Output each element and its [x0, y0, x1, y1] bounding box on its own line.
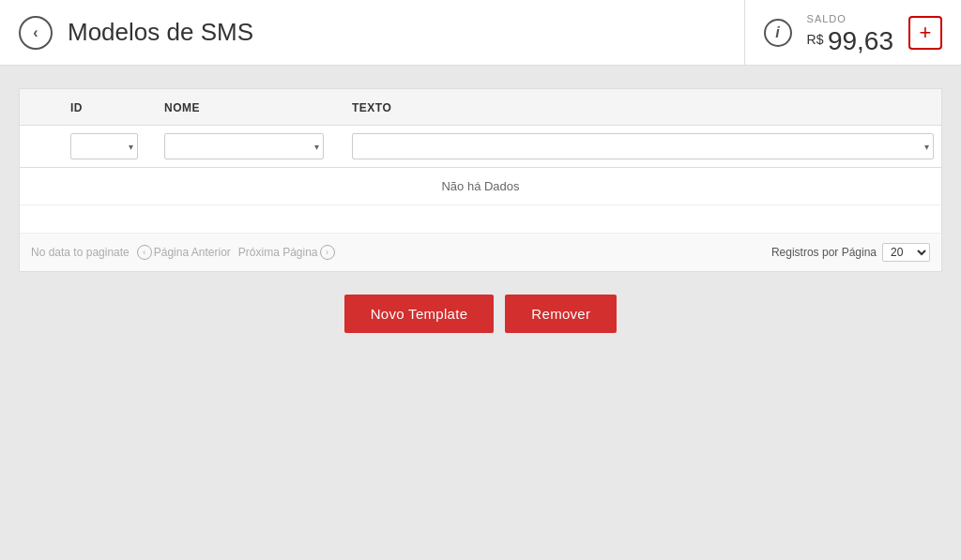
col-id-filter: ▾ — [63, 133, 157, 159]
col-texto-filter: ▾ — [344, 133, 941, 159]
col-texto-header: TEXTO — [344, 98, 941, 115]
header: ‹ Modelos de SMS i SALDO R$ 99,63 + — [0, 0, 961, 66]
nome-filter-arrow[interactable]: ▾ — [311, 142, 323, 152]
col-checkbox-header — [20, 98, 63, 115]
col-nome-label: NOME — [164, 101, 200, 114]
no-data-row: Não há Dados — [20, 168, 941, 205]
id-filter-wrapper: ▾ — [70, 133, 138, 159]
main-content: ID NOME TEXTO ▾ ▾ — [0, 66, 961, 356]
nome-filter-wrapper: ▾ — [164, 133, 324, 159]
next-page-button[interactable]: Próxima Página › — [238, 245, 335, 260]
pagination-right: Registros por Página 20 10 50 100 — [771, 243, 930, 262]
col-nome-filter: ▾ — [157, 133, 344, 159]
info-icon: i — [775, 24, 779, 41]
texto-filter-input[interactable] — [353, 140, 921, 153]
saldo-currency: R$ — [807, 31, 824, 46]
add-button[interactable]: + — [908, 16, 942, 50]
action-buttons: Novo Template Remover — [19, 295, 942, 333]
prev-page-label: Página Anterior — [154, 246, 231, 259]
records-per-page-label: Registros por Página — [771, 246, 877, 259]
next-page-label: Próxima Página — [238, 246, 318, 259]
plus-icon: + — [920, 21, 932, 45]
records-per-page-select[interactable]: 20 10 50 100 — [882, 243, 930, 262]
novo-template-button[interactable]: Novo Template — [344, 295, 495, 333]
texto-filter-arrow[interactable]: ▾ — [921, 142, 933, 152]
col-nome-header: NOME — [157, 98, 344, 115]
info-button[interactable]: i — [764, 19, 792, 47]
col-id-header: ID — [63, 98, 157, 115]
texto-filter-wrapper: ▾ — [352, 133, 934, 159]
table-filter-row: ▾ ▾ ▾ — [20, 126, 941, 168]
pagination-left: No data to paginate ‹ Página Anterior Pr… — [31, 245, 335, 260]
prev-page-button[interactable]: ‹ Página Anterior — [137, 245, 231, 260]
prev-page-icon: ‹ — [137, 245, 152, 260]
page-title: Modelos de SMS — [68, 18, 253, 47]
id-filter-input[interactable] — [71, 140, 125, 153]
no-data-message: Não há Dados — [441, 179, 519, 193]
pagination-no-data-label: No data to paginate — [31, 246, 130, 259]
col-texto-label: TEXTO — [352, 101, 391, 114]
header-right: i SALDO R$ 99,63 + — [744, 0, 961, 65]
saldo-amount: 99,63 — [828, 26, 893, 55]
table-empty-row — [20, 205, 941, 234]
col-id-label: ID — [70, 101, 83, 114]
nome-filter-input[interactable] — [165, 140, 311, 153]
table-container: ID NOME TEXTO ▾ ▾ — [19, 88, 942, 272]
saldo-value-wrapper: R$ 99,63 — [807, 26, 893, 56]
back-icon: ‹ — [33, 24, 38, 41]
remover-button[interactable]: Remover — [505, 295, 617, 333]
id-filter-arrow[interactable]: ▾ — [125, 142, 137, 152]
header-left: ‹ Modelos de SMS — [0, 16, 744, 50]
next-page-icon: › — [320, 245, 335, 260]
saldo-label: SALDO — [807, 13, 847, 24]
pagination-row: No data to paginate ‹ Página Anterior Pr… — [20, 234, 941, 271]
saldo-section: SALDO R$ 99,63 — [807, 9, 893, 56]
table-header-row: ID NOME TEXTO — [20, 89, 941, 126]
back-button[interactable]: ‹ — [19, 16, 53, 50]
